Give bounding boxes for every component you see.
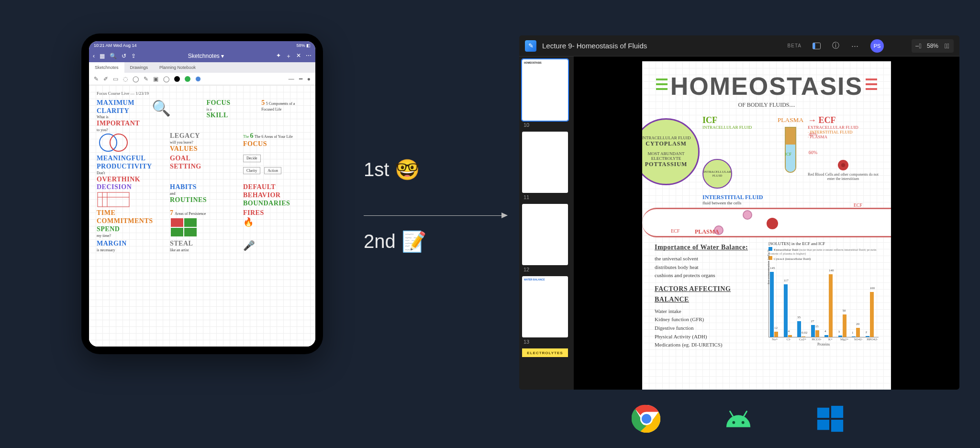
svg-rect-6 [171, 218, 183, 227]
page-thumbnail[interactable]: 12 [522, 204, 568, 272]
svg-line-23 [730, 412, 733, 416]
blood-vessel-diagram: ECF PLASMA ECF [642, 208, 891, 237]
tool-more-icon[interactable]: ⋯ [306, 52, 312, 60]
stroke-med-icon[interactable]: ━ [299, 76, 302, 82]
tool-magic-icon[interactable]: ✦ [276, 52, 281, 60]
svg-rect-7 [184, 218, 197, 227]
app-header: ✎ Lecture 9- Homeostasis of Fluids BETA … [519, 35, 959, 56]
page-thumbnail[interactable]: HOMEOSTASIS 10 [522, 59, 568, 128]
app-logo-icon[interactable]: ✎ [525, 40, 536, 52]
info-icon[interactable]: ⓘ [830, 40, 842, 52]
beta-badge: BETA [788, 43, 802, 48]
page-thumbnail[interactable]: WATER BALANCE 13 [522, 276, 568, 345]
pen-tool-icon[interactable]: ✎ [94, 76, 99, 82]
more-icon[interactable]: ⋯ [849, 40, 861, 52]
search-icon[interactable]: 🔍 [110, 53, 117, 59]
pencil-tool-icon[interactable]: ✐ [103, 76, 108, 82]
zoom-out-icon[interactable]: −⃝ [912, 42, 925, 50]
color-green[interactable] [185, 76, 190, 82]
drawing-toolbar: ✎ ✐ ▭ ◌ ◯ ✎ ▣ ◯ — ━ ● [89, 73, 315, 85]
svg-rect-30 [831, 420, 843, 432]
status-time: 10:21 AM Wed Aug 14 [94, 41, 136, 50]
goodnotes-web-window: ✎ Lecture 9- Homeostasis of Fluids BETA … [519, 35, 959, 390]
panel-toggle-icon[interactable] [811, 40, 823, 52]
tab-planning[interactable]: Planning Notebook [154, 62, 201, 73]
lasso-tool-icon[interactable]: ◯ [133, 76, 139, 82]
cell-diagram-small: INTRACELLULAR FLUID [702, 159, 732, 189]
svg-line-24 [744, 412, 747, 416]
comparison-labels: 1st🤓 [364, 158, 507, 184]
user-avatar[interactable]: PS [870, 39, 884, 53]
document-title[interactable]: Sketchnotes ▾ [136, 53, 276, 59]
ipad-mockup: 10:21 AM Wed Aug 14 58% ◧ ‹ ▦ 🔍 ↺ ⇪ Sket… [81, 34, 323, 354]
notebook-tabs: Sketchnotes Drawings Planning Notebook [89, 62, 315, 73]
tool-plus-icon[interactable]: ＋ [286, 52, 291, 60]
accent-lines-icon [866, 77, 877, 96]
arrow-icon [364, 215, 507, 216]
page-title: HOMEOSTASIS [670, 72, 863, 101]
svg-rect-28 [831, 406, 843, 418]
tab-drawings[interactable]: Drawings [124, 62, 154, 73]
page-subtitle: OF BODILY FLUIDS.... [655, 101, 879, 109]
zoom-value: 58% [925, 43, 940, 49]
notes-text: Importance of Water Balance: the univers… [655, 241, 764, 349]
share-icon[interactable]: ⇪ [131, 53, 136, 59]
document-title: Lecture 9- Homeostasis of Fluids [542, 42, 782, 50]
second-label: 2nd [364, 231, 396, 252]
comparison-labels-2: 2nd📝 [364, 230, 507, 256]
status-battery: 58% ◧ [296, 41, 311, 50]
highlighter-tool-icon[interactable]: ▭ [113, 76, 118, 82]
svg-point-1 [110, 134, 127, 151]
page-thumbnail[interactable]: ELECTROLYTES [522, 348, 568, 357]
svg-rect-11 [813, 43, 815, 49]
android-icon [724, 404, 753, 434]
app-titlebar: ‹ ▦ 🔍 ↺ ⇪ Sketchnotes ▾ ✦ ＋ ✕ ⋯ [89, 50, 315, 62]
grid-icon[interactable]: ▦ [100, 53, 105, 59]
first-label: 1st [364, 159, 389, 180]
svg-point-25 [732, 421, 735, 424]
memo-emoji: 📝 [401, 230, 426, 253]
chrome-icon [632, 404, 661, 434]
windows-icon [815, 404, 845, 434]
undo-icon[interactable]: ↺ [122, 53, 126, 59]
svg-rect-9 [184, 228, 197, 236]
page-canvas[interactable]: HOMEOSTASIS OF BODILY FLUIDS.... INTRACE… [574, 56, 959, 390]
eraser-tool-icon[interactable]: ◌ [123, 76, 128, 82]
thumbnail-sidebar[interactable]: HOMEOSTASIS 10 11 12 WATER BALANCE 13 EL… [519, 56, 574, 390]
svg-rect-27 [817, 408, 829, 418]
zoom-controls: −⃝ 58% ＋⃝ [912, 39, 954, 53]
shape-tool-icon[interactable]: ◯ [163, 76, 169, 82]
tool-close-icon[interactable]: ✕ [296, 52, 301, 60]
note-page[interactable]: HOMEOSTASIS OF BODILY FLUIDS.... INTRACE… [642, 61, 891, 390]
zoom-in-icon[interactable]: ＋⃝ [940, 42, 954, 50]
accent-lines-icon [656, 77, 668, 96]
svg-rect-29 [817, 420, 829, 430]
solutes-chart: [SOLUTES] in the ECF and ICF Extracellul… [768, 241, 879, 349]
sketchnote-page[interactable]: Focus Course Live — 1/23/19 MAXIMUM CLAR… [89, 85, 315, 347]
ipad-screen: 10:21 AM Wed Aug 14 58% ◧ ‹ ▦ 🔍 ↺ ⇪ Sket… [89, 41, 315, 347]
svg-point-26 [742, 421, 745, 424]
stroke-thick-icon[interactable]: ● [307, 76, 311, 82]
color-black[interactable] [174, 76, 180, 82]
back-icon[interactable]: ‹ [93, 53, 95, 59]
cell-diagram-large: INTRACELLULAR FLUID CYTOPLASM MOST ABUND… [642, 118, 700, 185]
svg-point-0 [100, 134, 117, 151]
svg-point-19 [841, 163, 845, 167]
stroke-thin-icon[interactable]: — [289, 76, 294, 82]
svg-rect-8 [171, 228, 183, 236]
platform-icons [632, 404, 845, 434]
text-tool-icon[interactable]: ✎ [144, 76, 148, 82]
tab-sketchnotes[interactable]: Sketchnotes [89, 62, 124, 73]
page-date: Focus Course Live — 1/23/19 [97, 91, 308, 96]
test-tube-icon [785, 127, 796, 173]
image-tool-icon[interactable]: ▣ [153, 76, 158, 82]
page-thumbnail[interactable]: 11 [522, 132, 568, 200]
ios-status-bar: 10:21 AM Wed Aug 14 58% ◧ [89, 41, 315, 50]
rbc-note: Red Blood Cells and other components do … [808, 159, 879, 181]
nerd-emoji: 🤓 [395, 158, 420, 181]
color-blue[interactable] [195, 76, 201, 82]
